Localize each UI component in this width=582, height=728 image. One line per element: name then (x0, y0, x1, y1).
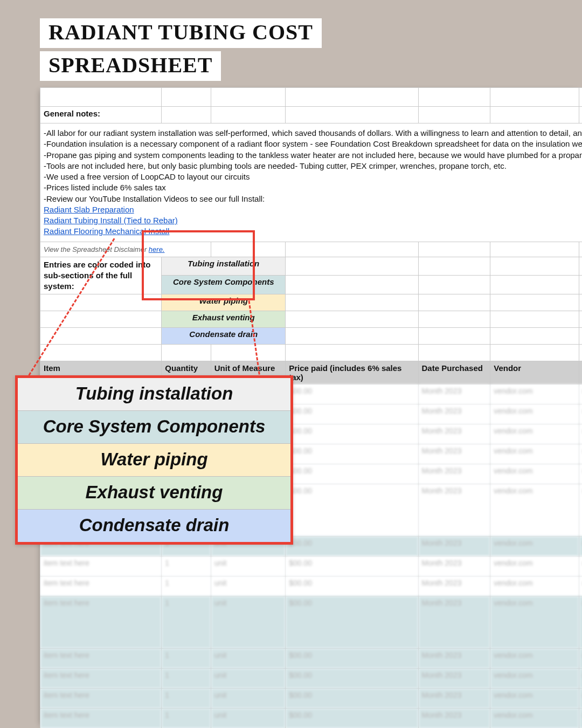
notes-link[interactable]: Radiant Tubing Install (Tied to Rebar) (44, 216, 178, 225)
table-cell: Month 2023 (418, 709, 490, 728)
table-cell: Month 2023 (418, 576, 490, 596)
table-cell: vendor.com (490, 384, 579, 404)
table-cell: vendor.com (490, 669, 579, 689)
table-cell: desc (579, 669, 582, 689)
column-header: Product d (579, 361, 582, 384)
table-cell: vendor.com (490, 557, 579, 576)
table-cell: vendor.com (490, 649, 579, 669)
table-cell: Month 2023 (418, 557, 490, 576)
general-notes-body: -All labor for our radiant system instal… (40, 123, 583, 242)
table-cell: unit (211, 596, 285, 649)
table-cell: item text here (40, 689, 162, 709)
table-cell: unit (211, 557, 285, 576)
table-cell: $00.00 (286, 404, 418, 424)
column-header: Date Purchased (418, 361, 490, 384)
table-cell: Month 2023 (418, 404, 490, 424)
table-cell: vendor.com (490, 464, 579, 484)
table-cell: unit (211, 576, 285, 596)
table-cell: $00.00 (286, 384, 418, 404)
legend-callout-item: Exhaust venting (18, 476, 290, 509)
legend-callout: Tubing installationCore System Component… (15, 375, 293, 545)
table-cell: desc (579, 689, 582, 709)
column-header: Vendor (490, 361, 579, 384)
table-cell: vendor.com (490, 537, 579, 557)
table-cell: vendor.com (490, 444, 579, 464)
table-cell: $00.00 (286, 537, 418, 557)
table-cell: $00.00 (286, 424, 418, 444)
table-cell: unit (211, 669, 285, 689)
table-cell: desc (579, 404, 582, 424)
table-cell: desc (579, 444, 582, 464)
legend-callout-item: Water piping (18, 443, 290, 476)
legend-item: Water piping (162, 294, 286, 311)
table-cell: desc (579, 464, 582, 484)
table-cell: unit (211, 709, 285, 728)
page-title-line1: RADIANT TUBING COST (40, 18, 322, 48)
table-cell: desc (579, 649, 582, 669)
table-cell: item text here (40, 649, 162, 669)
table-cell: Month 2023 (418, 537, 490, 557)
table-cell: $00.00 (286, 649, 418, 669)
table-cell: 1 (162, 669, 211, 689)
table-cell: $00.00 (286, 669, 418, 689)
table-cell: Month 2023 (418, 689, 490, 709)
table-cell: vendor.com (490, 484, 579, 537)
table-cell: $00.00 (286, 576, 418, 596)
table-cell: $00.00 (286, 689, 418, 709)
table-cell: desc (579, 484, 582, 537)
table-cell: 1 (162, 649, 211, 669)
table-cell: desc (579, 596, 582, 649)
table-cell: 1 (162, 596, 211, 649)
table-cell: vendor.com (490, 576, 579, 596)
table-cell: unit (211, 689, 285, 709)
disclaimer-link[interactable]: here. (149, 245, 165, 253)
table-cell: Month 2023 (418, 464, 490, 484)
column-header: Price paid (includes 6% sales tax) (286, 361, 418, 384)
table-cell: item text here (40, 669, 162, 689)
legend-item: Core System Components (162, 276, 286, 294)
table-cell: desc (579, 557, 582, 576)
table-cell: Month 2023 (418, 596, 490, 649)
legend-callout-item: Core System Components (18, 410, 290, 443)
legend-item: Tubing installation (162, 257, 286, 276)
table-cell: Month 2023 (418, 649, 490, 669)
table-cell: $00.00 (286, 709, 418, 728)
table-cell: 1 (162, 709, 211, 728)
page-title-block: RADIANT TUBING COST SPREADSHEET (40, 18, 322, 84)
table-cell: Month 2023 (418, 444, 490, 464)
legend-callout-item: Condensate drain (18, 509, 290, 542)
table-cell: $00.00 (286, 596, 418, 649)
disclaimer-cell: View the Spreadsheet Disclaimer here. (40, 242, 211, 257)
table-cell: desc (579, 384, 582, 404)
table-cell: $00.00 (286, 464, 418, 484)
table-cell: unit (211, 649, 285, 669)
table-cell: desc (579, 576, 582, 596)
table-cell: $00.00 (286, 444, 418, 464)
legend-item: Exhaust venting (162, 311, 286, 328)
notes-link[interactable]: Radiant Slab Preparation (44, 205, 134, 214)
table-cell: $00.00 (286, 557, 418, 576)
table-cell: desc (579, 424, 582, 444)
table-cell: Month 2023 (418, 384, 490, 404)
table-cell: vendor.com (490, 709, 579, 728)
table-cell: 1 (162, 576, 211, 596)
table-cell: vendor.com (490, 404, 579, 424)
legend-description: Entries are color coded into sub-section… (40, 257, 162, 294)
notes-link[interactable]: Radiant Flooring Mechanical Install (44, 226, 169, 236)
table-cell: item text here (40, 596, 162, 649)
general-notes-header: General notes: (40, 107, 162, 123)
table-cell: desc (579, 709, 582, 728)
table-cell: item text here (40, 557, 162, 576)
table-cell: $00.00 (286, 484, 418, 537)
table-cell: 1 (162, 557, 211, 576)
table-cell: vendor.com (490, 424, 579, 444)
table-cell: vendor.com (490, 689, 579, 709)
table-cell: item text here (40, 709, 162, 728)
table-cell: item text here (40, 576, 162, 596)
table-cell: Month 2023 (418, 669, 490, 689)
table-cell: desc (579, 537, 582, 557)
table-cell: vendor.com (490, 596, 579, 649)
table-cell: Month 2023 (418, 484, 490, 537)
page-title-line2: SPREADSHEET (40, 51, 221, 81)
legend-callout-item: Tubing installation (18, 378, 290, 410)
